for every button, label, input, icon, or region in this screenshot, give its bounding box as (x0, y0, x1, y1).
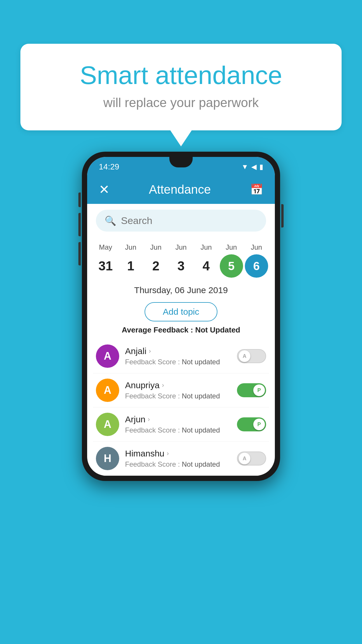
avatar-anupriya: A (96, 379, 119, 402)
date-item-jun3[interactable]: Jun 3 (169, 243, 193, 278)
student-item-himanshu[interactable]: H Himanshu › Feedback Score : Not update… (93, 442, 269, 476)
speech-bubble-subtitle: will replace your paperwork (44, 95, 318, 110)
phone-power-button (281, 204, 284, 228)
chevron-icon: › (162, 382, 164, 389)
date-item-jun5[interactable]: Jun 5 (220, 243, 243, 278)
wifi-icon: ▼ (241, 163, 248, 171)
calendar-row: May 31 Jun 1 Jun 2 Jun 3 Jun 4 (87, 237, 275, 281)
avatar-arjun: A (96, 413, 119, 436)
student-info-himanshu: Himanshu › Feedback Score : Not updated (125, 449, 231, 468)
student-name-himanshu: Himanshu › (125, 449, 231, 459)
speech-bubble: Smart attendance will replace your paper… (20, 44, 342, 130)
phone-screen: 14:29 ▼ ◀ ▮ ✕ Attendance 📅 🔍 (87, 157, 275, 476)
student-name-anupriya: Anupriya › (125, 380, 231, 390)
close-button[interactable]: ✕ (99, 182, 110, 197)
selected-date: Thursday, 06 June 2019 (87, 281, 275, 298)
student-info-anupriya: Anupriya › Feedback Score : Not updated (125, 380, 231, 400)
student-name-anjali: Anjali › (125, 346, 231, 356)
search-bar[interactable]: 🔍 (96, 210, 266, 232)
speech-bubble-container: Smart attendance will replace your paper… (20, 44, 342, 130)
student-feedback-himanshu: Feedback Score : Not updated (125, 460, 231, 468)
student-list: A Anjali › Feedback Score : Not updated … (87, 339, 275, 476)
signal-icon: ◀ (251, 163, 256, 171)
app-bar: ✕ Attendance 📅 (87, 175, 275, 204)
avatar-anjali: A (96, 344, 119, 368)
student-feedback-anupriya: Feedback Score : Not updated (125, 392, 231, 400)
avatar-himanshu: H (96, 447, 119, 470)
date-item-jun6[interactable]: Jun 6 (245, 243, 268, 278)
toggle-himanshu[interactable]: A (237, 452, 266, 466)
date-item-jun2[interactable]: Jun 2 (144, 243, 168, 278)
calendar-icon[interactable]: 📅 (250, 183, 263, 196)
status-time: 14:29 (99, 162, 119, 172)
avg-feedback: Average Feedback : Not Updated (87, 326, 275, 335)
phone-outer: 14:29 ▼ ◀ ▮ ✕ Attendance 📅 🔍 (82, 152, 280, 481)
student-info-anjali: Anjali › Feedback Score : Not updated (125, 346, 231, 366)
search-icon: 🔍 (105, 215, 116, 226)
toggle-arjun[interactable]: P (237, 417, 266, 431)
chevron-icon: › (149, 347, 151, 355)
phone-vol-up-button (78, 213, 81, 236)
battery-icon: ▮ (259, 163, 263, 171)
date-item-may31[interactable]: May 31 (94, 243, 117, 278)
student-feedback-anjali: Feedback Score : Not updated (125, 358, 231, 366)
student-feedback-arjun: Feedback Score : Not updated (125, 426, 231, 434)
phone-vol-down-button (78, 242, 81, 265)
date-item-jun1[interactable]: Jun 1 (119, 243, 142, 278)
add-topic-button[interactable]: Add topic (145, 302, 217, 321)
avg-feedback-label: Average Feedback : (122, 326, 193, 334)
student-name-arjun: Arjun › (125, 414, 231, 424)
student-item-anupriya[interactable]: A Anupriya › Feedback Score : Not update… (93, 373, 269, 407)
app-bar-title: Attendance (149, 183, 211, 197)
avg-feedback-value: Not Updated (195, 326, 240, 334)
student-item-anjali[interactable]: A Anjali › Feedback Score : Not updated … (93, 339, 269, 373)
chevron-icon: › (167, 450, 169, 457)
student-item-arjun[interactable]: A Arjun › Feedback Score : Not updated P (93, 407, 269, 442)
phone-mockup: 14:29 ▼ ◀ ▮ ✕ Attendance 📅 🔍 (82, 152, 280, 481)
phone-mute-button (78, 192, 81, 207)
status-icons: ▼ ◀ ▮ (241, 163, 263, 171)
date-item-jun4[interactable]: Jun 4 (194, 243, 218, 278)
toggle-anupriya[interactable]: P (237, 383, 266, 397)
student-info-arjun: Arjun › Feedback Score : Not updated (125, 414, 231, 434)
speech-bubble-title: Smart attendance (44, 61, 318, 90)
toggle-anjali[interactable]: A (237, 349, 266, 363)
chevron-icon: › (148, 416, 150, 423)
search-input[interactable] (121, 215, 257, 226)
